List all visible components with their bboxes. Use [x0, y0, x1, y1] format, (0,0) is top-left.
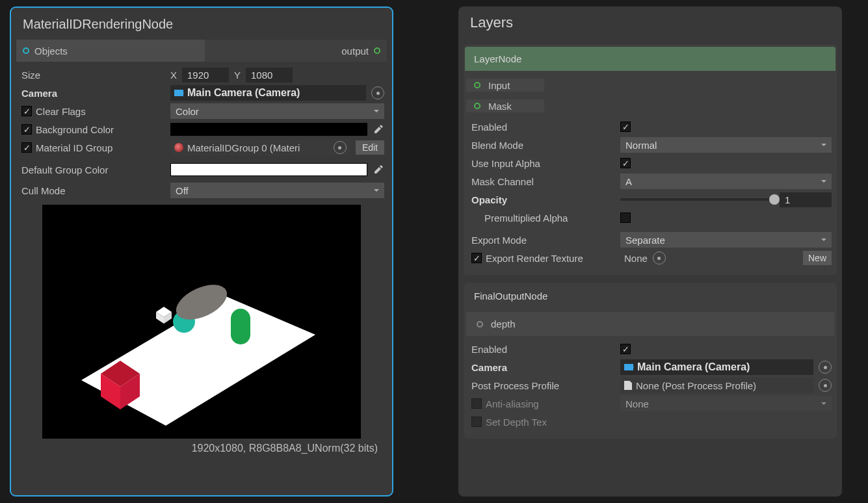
- opacity-value[interactable]: 1: [780, 192, 832, 207]
- enabled-checkbox[interactable]: [620, 344, 631, 354]
- camera-field[interactable]: Main Camera (Camera): [170, 85, 366, 101]
- mask-channel-label: Mask Channel: [469, 176, 615, 187]
- cull-mode-label: Cull Mode: [19, 185, 165, 196]
- port-icon: [477, 321, 483, 328]
- export-mode-value: Separate: [625, 235, 665, 246]
- slider-thumb[interactable]: [769, 194, 780, 205]
- object-picker-button[interactable]: [653, 252, 666, 264]
- blend-mode-label: Blend Mode: [469, 140, 615, 151]
- export-render-texture-checkbox[interactable]: [471, 253, 482, 263]
- preview-caption: 1920x1080, R8G8B8A8_UNorm(32 bits): [192, 439, 384, 456]
- camera-icon: [174, 90, 183, 96]
- camera-field[interactable]: Main Camera (Camera): [620, 359, 813, 375]
- material-icon: [174, 143, 183, 152]
- panel-title: Layers: [461, 9, 839, 43]
- camera-label: Camera: [19, 88, 165, 99]
- export-mode-label: Export Mode: [469, 235, 615, 246]
- layer-node: LayerNode Input Mask Enabled Blend Mode …: [464, 44, 837, 275]
- post-process-profile-field[interactable]: None (Post Process Profile): [620, 378, 813, 393]
- matid-checkbox[interactable]: [21, 142, 32, 153]
- port-icon: [474, 82, 480, 88]
- output-port[interactable]: output: [335, 45, 387, 57]
- use-input-alpha-checkbox[interactable]: [620, 158, 631, 168]
- camera-value: Main Camera (Camera): [187, 87, 300, 99]
- material-id-rendering-node-panel: MaterialIDRenderingNode Objects output S…: [10, 6, 393, 497]
- enabled-checkbox[interactable]: [620, 122, 631, 132]
- camera-icon: [624, 364, 633, 370]
- camera-value: Main Camera (Camera): [637, 361, 750, 373]
- post-process-profile-value: None (Post Process Profile): [636, 380, 756, 391]
- size-label: Size: [19, 70, 165, 81]
- post-process-profile-label: Post Process Profile: [469, 380, 615, 391]
- matid-field[interactable]: MaterialIDGroup 0 (Materi: [170, 140, 350, 155]
- layer-node-header[interactable]: LayerNode: [465, 47, 835, 71]
- size-y-label: Y: [234, 70, 241, 81]
- enabled-label: Enabled: [469, 122, 615, 133]
- export-render-texture-value: None: [624, 253, 648, 264]
- clear-flags-dropdown[interactable]: Color: [170, 103, 384, 119]
- final-output-node: FinalOutputNode depth Enabled Camera Mai…: [464, 283, 837, 439]
- size-x-input[interactable]: [182, 68, 229, 83]
- export-render-texture-label: Export Render Texture: [486, 253, 583, 264]
- matid-label: Material ID Group: [36, 142, 112, 153]
- input-port[interactable]: Input: [466, 79, 544, 92]
- premultiplied-alpha-label: Premultiplied Alpha: [469, 213, 615, 224]
- blend-mode-value: Normal: [625, 140, 657, 151]
- mask-channel-dropdown[interactable]: A: [620, 174, 832, 189]
- object-picker-button[interactable]: [819, 361, 832, 374]
- document-icon: [624, 381, 632, 390]
- anti-aliasing-label: Anti-aliasing: [486, 398, 539, 409]
- enabled-label: Enabled: [469, 344, 615, 355]
- port-label: Mask: [488, 101, 512, 112]
- layers-panel: Layers LayerNode Input Mask Enabled Blen…: [458, 6, 842, 497]
- set-depth-tex-label: Set Depth Tex: [486, 417, 547, 428]
- default-group-color-swatch[interactable]: [170, 163, 367, 176]
- cull-mode-value: Off: [176, 185, 189, 196]
- bg-color-checkbox[interactable]: [21, 124, 32, 135]
- eyedropper-icon[interactable]: [373, 164, 384, 175]
- anti-aliasing-value: None: [625, 398, 649, 409]
- anti-aliasing-dropdown: None: [620, 396, 832, 411]
- object-picker-button[interactable]: [371, 86, 384, 99]
- set-depth-tex-checkbox: [471, 417, 482, 427]
- new-button[interactable]: New: [803, 251, 832, 265]
- opacity-label: Opacity: [469, 194, 615, 205]
- panel-title: MaterialIDRenderingNode: [14, 10, 389, 40]
- render-preview: [42, 205, 361, 439]
- final-output-header[interactable]: FinalOutputNode: [464, 283, 837, 309]
- bg-color-swatch[interactable]: [170, 123, 367, 136]
- port-label: Objects: [34, 45, 68, 57]
- mask-channel-value: A: [625, 176, 632, 187]
- clear-flags-value: Color: [176, 106, 199, 117]
- mask-port[interactable]: Mask: [466, 99, 544, 112]
- use-input-alpha-label: Use Input Alpha: [469, 158, 615, 169]
- eyedropper-icon[interactable]: [373, 123, 384, 135]
- bg-color-label: Background Color: [36, 124, 114, 135]
- export-mode-dropdown[interactable]: Separate: [620, 232, 832, 248]
- edit-button[interactable]: Edit: [356, 140, 384, 155]
- depth-port[interactable]: depth: [466, 312, 834, 336]
- svg-rect-9: [231, 309, 250, 344]
- opacity-slider[interactable]: [620, 198, 774, 201]
- clear-flags-label: Clear Flags: [36, 106, 86, 117]
- input-port-objects[interactable]: Objects: [16, 40, 205, 62]
- size-x-label: X: [170, 70, 177, 81]
- anti-aliasing-checkbox: [471, 398, 482, 409]
- matid-value: MaterialIDGroup 0 (Materi: [187, 142, 300, 153]
- default-group-color-label: Default Group Color: [19, 164, 165, 175]
- port-icon: [474, 103, 480, 109]
- port-icon: [374, 47, 380, 54]
- ports-row: Objects output: [16, 40, 387, 62]
- blend-mode-dropdown[interactable]: Normal: [620, 137, 832, 153]
- port-label: depth: [491, 318, 516, 329]
- premultiplied-alpha-checkbox[interactable]: [620, 213, 631, 223]
- port-label: output: [341, 45, 369, 57]
- object-picker-button[interactable]: [819, 379, 832, 392]
- port-icon: [23, 47, 29, 54]
- port-label: Input: [488, 80, 510, 91]
- object-picker-button[interactable]: [334, 141, 347, 154]
- export-render-texture-field[interactable]: None: [620, 250, 798, 266]
- clear-flags-checkbox[interactable]: [21, 106, 32, 116]
- size-y-input[interactable]: [246, 68, 293, 83]
- cull-mode-dropdown[interactable]: Off: [170, 183, 384, 198]
